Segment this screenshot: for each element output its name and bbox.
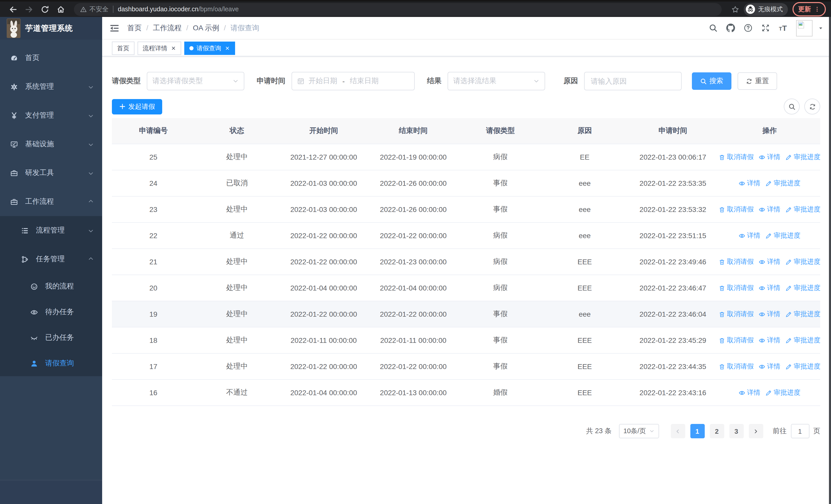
sidebar-item-workflow[interactable]: 工作流程 bbox=[0, 187, 102, 216]
browser-update-button[interactable]: 更新 bbox=[793, 2, 826, 17]
monitor-icon bbox=[10, 140, 18, 148]
sidebar-item-dev-tools[interactable]: 研发工具 bbox=[0, 158, 102, 187]
page-button-1[interactable]: 1 bbox=[690, 424, 705, 438]
create-leave-button[interactable]: 发起请假 bbox=[112, 99, 162, 114]
cell-type: 事假 bbox=[458, 170, 543, 196]
leave-type-select[interactable]: 请选择请假类型 bbox=[147, 72, 244, 90]
close-icon[interactable] bbox=[171, 46, 176, 51]
action-progress-link[interactable]: 审批进度 bbox=[785, 336, 820, 345]
help-icon[interactable] bbox=[744, 24, 752, 32]
fullscreen-icon[interactable] bbox=[761, 24, 770, 32]
tab-请假查询[interactable]: 请假查询 bbox=[184, 41, 235, 55]
action-detail-link[interactable]: 详情 bbox=[739, 179, 761, 188]
page-button-3[interactable]: 3 bbox=[729, 424, 744, 438]
apply-time-range-input[interactable]: 开始日期 - 结束日期 bbox=[291, 72, 415, 90]
action-progress-link[interactable]: 审批进度 bbox=[785, 283, 820, 293]
sidebar-item-infrastructure[interactable]: 基础设施 bbox=[0, 130, 102, 158]
breadcrumb-item[interactable]: OA 示例 bbox=[193, 24, 220, 32]
header-search-icon[interactable] bbox=[709, 24, 718, 32]
action-cancel-link[interactable]: 取消请假 bbox=[719, 205, 753, 214]
font-size-icon[interactable]: TT bbox=[779, 24, 787, 32]
action-detail-link[interactable]: 详情 bbox=[739, 231, 761, 240]
cell-actions: 取消请假详情审批进度 bbox=[719, 301, 820, 327]
action-detail-link[interactable]: 详情 bbox=[759, 152, 780, 162]
cell-start: 2022-01-04 00:00:00 bbox=[279, 380, 368, 406]
action-progress-link[interactable]: 审批进度 bbox=[766, 179, 800, 188]
next-page-button[interactable] bbox=[749, 424, 763, 438]
column-header: 结束时间 bbox=[368, 118, 458, 144]
close-icon[interactable] bbox=[225, 46, 230, 51]
action-label: 审批进度 bbox=[794, 336, 820, 345]
bookmark-star-icon[interactable] bbox=[732, 5, 739, 13]
action-progress-link[interactable]: 审批进度 bbox=[785, 309, 820, 319]
page-size-select[interactable]: 10条/页 bbox=[619, 424, 659, 438]
github-icon[interactable] bbox=[726, 24, 735, 32]
action-detail-link[interactable]: 详情 bbox=[759, 309, 780, 319]
action-cancel-link[interactable]: 取消请假 bbox=[719, 309, 753, 319]
result-select[interactable]: 请选择流结果 bbox=[448, 72, 545, 90]
app-logo[interactable]: 芋道管理系统 bbox=[0, 17, 102, 39]
action-detail-link[interactable]: 详情 bbox=[759, 257, 780, 266]
action-detail-link[interactable]: 详情 bbox=[759, 362, 780, 371]
page-scrollbar[interactable] bbox=[829, 17, 831, 504]
action-cancel-link[interactable]: 取消请假 bbox=[719, 257, 753, 266]
action-detail-link[interactable]: 详情 bbox=[759, 205, 780, 214]
not-secure-icon[interactable] bbox=[80, 6, 87, 12]
sidebar-item-todo-tasks[interactable]: 待办任务 bbox=[0, 299, 102, 325]
browser-forward-icon[interactable] bbox=[25, 5, 33, 13]
goto-page-input[interactable] bbox=[791, 424, 809, 438]
cell-type: 事假 bbox=[458, 327, 543, 353]
action-detail-link[interactable]: 详情 bbox=[759, 283, 780, 293]
sidebar-item-task-mgmt[interactable]: 任务管理 bbox=[0, 245, 102, 273]
cell-end: 2022-01-22 00:00:00 bbox=[368, 353, 458, 380]
action-progress-link[interactable]: 审批进度 bbox=[766, 231, 800, 240]
sidebar-item-process-mgmt[interactable]: 流程管理 bbox=[0, 216, 102, 245]
action-detail-link[interactable]: 详情 bbox=[739, 388, 761, 397]
action-progress-link[interactable]: 审批进度 bbox=[785, 205, 820, 214]
breadcrumb-item[interactable]: 首页 bbox=[127, 24, 142, 32]
action-cancel-link[interactable]: 取消请假 bbox=[719, 362, 753, 371]
browser-reload-icon[interactable] bbox=[40, 5, 49, 13]
sidebar-collapse-icon[interactable] bbox=[110, 24, 119, 32]
action-progress-link[interactable]: 审批进度 bbox=[785, 152, 820, 162]
breadcrumb-item[interactable]: 工作流程 bbox=[153, 24, 182, 32]
browser-home-icon[interactable] bbox=[56, 5, 65, 13]
refresh-table-button[interactable] bbox=[804, 98, 820, 114]
action-cancel-link[interactable]: 取消请假 bbox=[719, 336, 753, 345]
trash-icon bbox=[719, 311, 725, 318]
cell-type: 事假 bbox=[458, 353, 543, 380]
tab-流程详情[interactable]: 流程详情 bbox=[138, 41, 181, 55]
pagination: 共 23 条 10条/页 123 前往 页 bbox=[112, 424, 820, 438]
reset-button[interactable]: 重置 bbox=[738, 72, 777, 90]
address-bar[interactable]: 不安全 dashboard.yudao.iocoder.cn /bpm/oa/l… bbox=[74, 3, 722, 16]
sidebar-item-home[interactable]: 首页 bbox=[0, 43, 102, 72]
sidebar-item-payment-mgmt[interactable]: 支付管理 bbox=[0, 101, 102, 130]
cell-reason: EEE bbox=[543, 327, 627, 353]
action-detail-link[interactable]: 详情 bbox=[759, 336, 780, 345]
sidebar: 芋道管理系统 首页系统管理支付管理基础设施研发工具工作流程流程管理任务管理我的流… bbox=[0, 17, 102, 504]
reason-input[interactable] bbox=[584, 72, 682, 90]
sidebar-item-leave-query[interactable]: 请假查询 bbox=[0, 351, 102, 376]
action-progress-link[interactable]: 审批进度 bbox=[785, 362, 820, 371]
table-row: 24已取消2022-01-03 00:00:002022-01-26 00:00… bbox=[112, 170, 820, 196]
search-button[interactable]: 搜索 bbox=[692, 72, 732, 90]
prev-page-button[interactable] bbox=[670, 424, 685, 438]
browser-menu-icon[interactable] bbox=[814, 6, 820, 12]
column-header: 原因 bbox=[543, 118, 627, 144]
action-progress-link[interactable]: 审批进度 bbox=[766, 388, 800, 397]
sidebar-item-done-tasks[interactable]: 已办任务 bbox=[0, 325, 102, 351]
action-cancel-link[interactable]: 取消请假 bbox=[719, 152, 753, 162]
browser-back-icon[interactable] bbox=[9, 5, 18, 13]
sidebar-item-my-process[interactable]: 我的流程 bbox=[0, 273, 102, 299]
action-label: 详情 bbox=[767, 205, 780, 214]
toggle-search-button[interactable] bbox=[784, 98, 800, 114]
page-button-2[interactable]: 2 bbox=[710, 424, 724, 438]
app-title: 芋道管理系统 bbox=[25, 23, 73, 33]
avatar[interactable] bbox=[796, 20, 812, 36]
action-progress-link[interactable]: 审批进度 bbox=[785, 257, 820, 266]
pagination-total: 共 23 条 bbox=[586, 426, 611, 436]
action-cancel-link[interactable]: 取消请假 bbox=[719, 283, 753, 293]
sidebar-item-system-mgmt[interactable]: 系统管理 bbox=[0, 72, 102, 101]
tab-首页[interactable]: 首页 bbox=[112, 41, 135, 55]
user-menu-caret-icon[interactable] bbox=[818, 25, 823, 31]
